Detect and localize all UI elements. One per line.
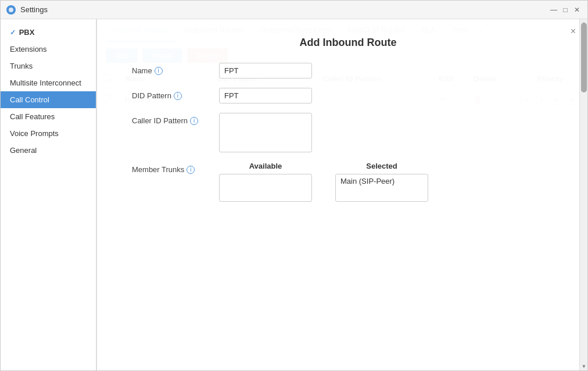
minimize-button[interactable]: — <box>549 5 558 15</box>
check-icon: ✓ <box>10 28 16 37</box>
caller-id-label: Caller ID Pattern i <box>132 113 219 125</box>
app-icon <box>6 5 16 15</box>
main-content: ✓ PBX Extensions Trunks Multisite Interc… <box>1 19 587 370</box>
caller-id-info-icon[interactable]: i <box>190 117 198 125</box>
sidebar-item-voice-prompts[interactable]: Voice Prompts <box>1 125 96 142</box>
sidebar-item-call-control[interactable]: Call Control <box>1 91 96 108</box>
form-row-caller-id: Caller ID Pattern i <box>132 113 564 152</box>
name-info-icon[interactable]: i <box>155 67 163 75</box>
title-bar: Settings — □ ✕ <box>1 1 587 19</box>
restore-button[interactable]: □ <box>561 5 570 15</box>
member-trunks-info-icon[interactable]: i <box>187 166 195 174</box>
scroll-down-arrow[interactable]: ▼ <box>580 362 588 370</box>
selected-col: Selected Main (SIP-Peer) <box>335 162 428 202</box>
close-window-button[interactable]: ✕ <box>572 5 582 15</box>
name-input[interactable] <box>219 63 312 79</box>
sidebar: ✓ PBX Extensions Trunks Multisite Interc… <box>1 19 96 370</box>
sidebar-item-trunks[interactable]: Trunks <box>1 58 96 74</box>
sidebar-item-general[interactable]: General <box>1 142 96 159</box>
caller-id-input[interactable] <box>219 113 312 152</box>
sidebar-item-multisite[interactable]: Multisite Interconnect <box>1 74 96 91</box>
member-trunks-section: Available Selected Main (SIP-Peer) <box>219 162 428 202</box>
right-panel: ‹ Inbound Routes Outbound Routes Outboun… <box>96 19 587 370</box>
did-info-icon[interactable]: i <box>174 92 182 100</box>
available-label: Available <box>219 162 312 170</box>
form-close-button[interactable]: × <box>571 26 576 37</box>
form-row-member-trunks: Member Trunks i Available Selected <box>132 162 564 209</box>
form-row-name: Name i <box>132 63 564 79</box>
member-trunks-label: Member Trunks i <box>132 162 219 174</box>
scroll-track: ▲ ▼ <box>579 19 587 370</box>
selected-label: Selected <box>335 162 428 170</box>
window-controls: — □ ✕ <box>549 5 582 15</box>
sidebar-item-extensions[interactable]: Extensions <box>1 41 96 58</box>
scroll-thumb[interactable] <box>581 23 587 92</box>
svg-point-0 <box>9 8 13 12</box>
window-title: Settings <box>20 5 48 14</box>
form-row-did: DID Pattern i <box>132 88 564 104</box>
available-list[interactable] <box>219 174 312 202</box>
available-col: Available <box>219 162 312 202</box>
member-cols: Available Selected Main (SIP-Peer) <box>219 162 428 202</box>
form-overlay: Add Inbound Route × Name i DID Pattern i <box>96 19 587 370</box>
did-input[interactable] <box>219 88 312 104</box>
did-label: DID Pattern i <box>132 88 219 100</box>
sidebar-item-call-features[interactable]: Call Features <box>1 108 96 125</box>
form-title: Add Inbound Route <box>132 37 564 49</box>
selected-list[interactable]: Main (SIP-Peer) <box>335 174 428 202</box>
sidebar-item-pbx[interactable]: ✓ PBX <box>1 24 96 41</box>
name-label: Name i <box>132 63 219 75</box>
